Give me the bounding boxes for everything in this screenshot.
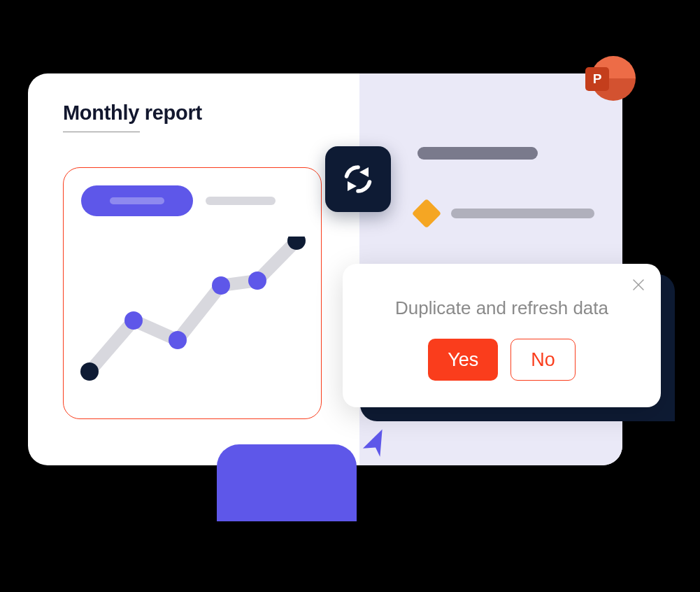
- refresh-button[interactable]: [325, 146, 391, 212]
- dialog-title: Duplicate and refresh data: [364, 297, 640, 319]
- chart-wrapper: [63, 167, 359, 419]
- powerpoint-letter: P: [585, 67, 609, 91]
- svg-point-2: [169, 331, 187, 349]
- left-panel: Monthly report: [28, 73, 359, 465]
- close-button[interactable]: [630, 276, 647, 293]
- cursor-icon: [357, 427, 390, 460]
- page-title: Monthly report: [63, 101, 359, 125]
- confirm-dialog: Duplicate and refresh data Yes No: [343, 264, 661, 407]
- refresh-icon: [341, 162, 376, 197]
- svg-marker-7: [348, 181, 357, 191]
- dialog-button-row: Yes No: [364, 339, 640, 381]
- svg-point-1: [124, 311, 143, 330]
- svg-point-4: [248, 272, 266, 290]
- no-button[interactable]: No: [510, 339, 576, 381]
- chart-tab-active[interactable]: [81, 185, 193, 216]
- line-chart: [74, 237, 312, 397]
- chart-tab-label-placeholder: [110, 197, 164, 204]
- yes-button[interactable]: Yes: [428, 339, 498, 381]
- chart-card[interactable]: [63, 167, 322, 419]
- diamond-bullet-icon: [412, 199, 441, 228]
- slide-title-placeholder: [417, 147, 538, 160]
- title-underline: [63, 132, 140, 132]
- svg-marker-6: [359, 167, 369, 177]
- svg-point-3: [212, 276, 230, 295]
- slide-bullet-row: [416, 203, 594, 224]
- bottom-decoration: [217, 444, 357, 521]
- svg-point-0: [80, 362, 99, 381]
- chart-tab-inactive[interactable]: [206, 197, 276, 205]
- powerpoint-icon: P: [591, 56, 636, 101]
- slide-bullet-text-placeholder: [451, 209, 594, 218]
- close-icon: [632, 279, 645, 291]
- chart-tabs: [81, 185, 303, 216]
